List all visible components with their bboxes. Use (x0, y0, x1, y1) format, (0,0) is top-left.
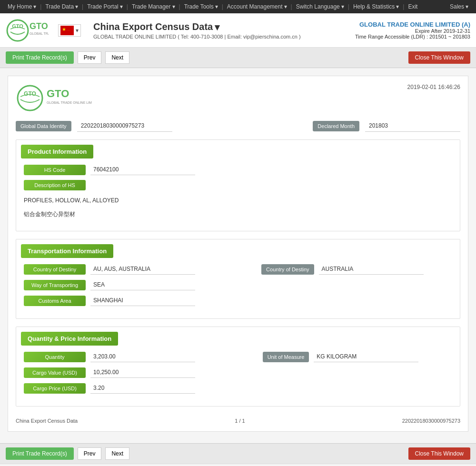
svg-text:GTO: GTO (47, 88, 69, 99)
description-label-row: Description of HS (24, 180, 452, 190)
card-header: GTO GTO GLOBAL TRADE ONLINE LIMITED 2019… (16, 84, 460, 112)
declared-month-value: 201803 (365, 120, 460, 132)
page-title: China Export Census Data ▾ (93, 21, 301, 33)
description-value-1: PROFILES, HOLLOW, AL, ALLOYED (24, 195, 452, 206)
footer-right-text: 22022018030000975273 (402, 418, 460, 424)
site-footer: 苏ICP备14033305号 Company Website | Global … (0, 464, 476, 466)
flag-selector[interactable]: ▾ (58, 24, 81, 37)
global-data-identity-label: Global Data Identity (16, 121, 71, 131)
gto-logo: GTO GTO GLOBAL TRADE ONLINE LIMITED (6, 19, 49, 42)
svg-text:GLOBAL TRADE ONLINE LIMITED: GLOBAL TRADE ONLINE LIMITED (47, 101, 92, 104)
country-of-destiny-row: Country of Destiny AU, AUS, AUSTRALIA Co… (24, 264, 452, 275)
description-value-2: 铝合金制空心异型材 (24, 208, 452, 220)
country-of-destiny-value: AU, AUS, AUSTRALIA (90, 264, 195, 275)
country-of-destiny2-value: AUSTRALIA (319, 264, 424, 275)
header-right: GLOBAL TRADE ONLINE LIMITED (A) Expire A… (355, 21, 470, 40)
unit-of-measure-label: Unit of Measure (263, 352, 309, 362)
china-flag-icon (60, 26, 74, 35)
footer-left-text: China Export Census Data (16, 418, 78, 424)
country-of-destiny2-label: Country of Destiny (261, 264, 314, 275)
nav-switch-language[interactable]: Switch Language ▾ (292, 3, 348, 10)
customs-area-row: Customs Area SHANGHAI (24, 295, 452, 306)
bottom-print-button[interactable]: Print Trade Record(s) (6, 447, 74, 460)
header-subtitle: GLOBAL TRADE ONLINE LIMITED ( Tel: 400-7… (93, 34, 301, 40)
chevron-down-icon: ▾ (341, 3, 344, 10)
global-data-identity-value: 22022018030000975273 (77, 120, 172, 132)
record-timestamp: 2019-02-01 16:46:26 (407, 84, 460, 90)
cargo-price-label: Cargo Price (USD) (24, 383, 86, 394)
hs-code-label: HS Code (24, 165, 86, 175)
unit-of-measure-value: KG KILOGRAM (314, 351, 418, 362)
header: GTO GTO GLOBAL TRADE ONLINE LIMITED ▾ Ch… (0, 13, 476, 48)
chevron-down-icon: ▾ (75, 3, 78, 10)
header-title-area: China Export Census Data ▾ GLOBAL TRADE … (93, 21, 301, 40)
svg-text:GTO: GTO (24, 90, 36, 97)
quantity-info-title: Quantity & Price Information (21, 332, 118, 346)
top-navigation: My Home ▾ | Trade Data ▾ | Trade Portal … (0, 0, 476, 13)
customs-area-label: Customs Area (24, 296, 86, 306)
transport-info-title: Transportation Information (21, 244, 113, 258)
expire-date: Expire After 2019-12-31 (355, 28, 470, 34)
hs-code-row: HS Code 76042100 (24, 164, 452, 175)
cargo-value-label: Cargo Value (USD) (24, 367, 86, 378)
quantity-row: Quantity 3,203.00 Unit of Measure KG KIL… (24, 351, 452, 362)
chevron-down-icon: ▾ (33, 3, 36, 10)
cargo-value-value: 10,250.00 (90, 367, 195, 378)
quantity-info-body: Quantity 3,203.00 Unit of Measure KG KIL… (16, 346, 460, 406)
nav-trade-tools[interactable]: Trade Tools ▾ (180, 3, 222, 10)
chevron-down-icon: ▾ (215, 3, 218, 10)
nav-sales[interactable]: Sales ▾ (446, 3, 472, 10)
transport-info-section: Transportation Information Country of De… (16, 239, 460, 319)
nav-exit[interactable]: Exit (404, 3, 421, 10)
nav-my-home[interactable]: My Home ▾ (4, 3, 40, 10)
nav-help-statistics[interactable]: Help & Statistics ▾ (349, 3, 403, 10)
bottom-next-button[interactable]: Next (105, 447, 129, 460)
footer-center-text: 1 / 1 (235, 418, 245, 424)
bottom-action-bar: Print Trade Record(s) Prev Next Close Th… (0, 443, 476, 464)
logo-area: GTO GTO GLOBAL TRADE ONLINE LIMITED ▾ Ch… (6, 19, 301, 42)
way-of-transporting-row: Way of Transporting SEA (24, 279, 452, 290)
product-info-body: HS Code 76042100 Description of HS PROFI… (16, 159, 460, 231)
nav-account-management[interactable]: Account Management ▾ (223, 3, 291, 10)
bottom-prev-button[interactable]: Prev (78, 447, 102, 460)
dropdown-icon[interactable]: ▾ (215, 21, 219, 33)
chevron-down-icon: ▾ (172, 3, 175, 10)
way-of-transporting-value: SEA (90, 279, 195, 290)
card-gto-logo: GTO GTO GLOBAL TRADE ONLINE LIMITED (16, 84, 92, 112)
close-button[interactable]: Close This Window (408, 51, 470, 64)
transport-info-body: Country of Destiny AU, AUS, AUSTRALIA Co… (16, 258, 460, 318)
main-content: GTO GTO GLOBAL TRADE ONLINE LIMITED 2019… (0, 68, 476, 443)
nav-trade-portal[interactable]: Trade Portal ▾ (83, 3, 127, 10)
print-button[interactable]: Print Trade Record(s) (6, 51, 74, 64)
nav-trade-data[interactable]: Trade Data ▾ (41, 3, 82, 10)
company-name: GLOBAL TRADE ONLINE LIMITED (A) (355, 21, 470, 28)
identity-row: Global Data Identity 2202201803000097527… (16, 120, 460, 132)
description-label: Description of HS (24, 180, 86, 190)
quantity-value: 3,203.00 (90, 351, 195, 362)
cargo-price-value: 3.20 (90, 383, 195, 394)
quantity-info-section: Quantity & Price Information Quantity 3,… (16, 327, 460, 407)
nav-trade-manager[interactable]: Trade Manager ▾ (128, 3, 179, 10)
customs-area-value: SHANGHAI (90, 295, 195, 306)
svg-text:GTO: GTO (30, 21, 48, 31)
top-action-bar: Print Trade Record(s) Prev Next Close Th… (0, 48, 476, 68)
chevron-down-icon: ▾ (396, 3, 399, 10)
prev-button[interactable]: Prev (78, 51, 102, 64)
next-button[interactable]: Next (105, 51, 129, 64)
cargo-value-row: Cargo Value (USD) 10,250.00 (24, 367, 452, 378)
cargo-price-row: Cargo Price (USD) 3.20 (24, 383, 452, 394)
record-card: GTO GTO GLOBAL TRADE ONLINE LIMITED 2019… (8, 76, 468, 432)
declared-month-label: Declared Month (313, 121, 359, 131)
svg-point-4 (18, 86, 42, 110)
quantity-label: Quantity (24, 352, 86, 362)
bottom-close-button[interactable]: Close This Window (408, 447, 470, 460)
product-info-section: Product Information HS Code 76042100 Des… (16, 139, 460, 231)
svg-text:GLOBAL TRADE ONLINE LIMITED: GLOBAL TRADE ONLINE LIMITED (30, 32, 49, 35)
chevron-down-icon: ▾ (466, 3, 468, 10)
product-info-title: Product Information (21, 145, 93, 159)
card-footer: China Export Census Data 1 / 1 220220180… (16, 414, 460, 424)
way-of-transporting-label: Way of Transporting (24, 280, 86, 290)
date-range: Time Range Accessible (LDR) : 201501 ~ 2… (355, 34, 470, 40)
chevron-down-icon: ▾ (284, 3, 287, 10)
hs-code-value: 76042100 (90, 164, 195, 175)
